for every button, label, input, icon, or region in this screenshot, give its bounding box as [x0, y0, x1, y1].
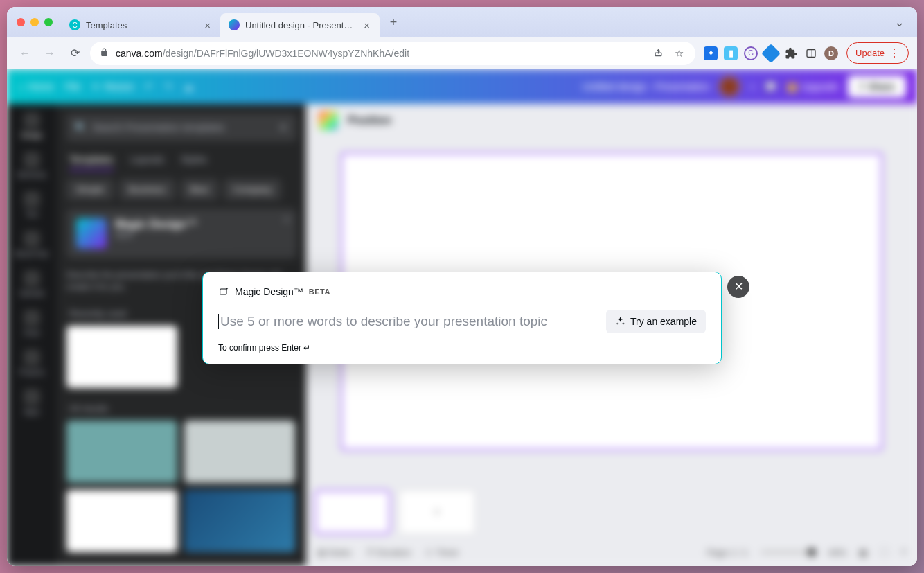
window-maximize-button[interactable]	[44, 18, 53, 26]
update-label: Update	[855, 48, 885, 58]
close-icon[interactable]: ×	[284, 214, 290, 225]
browser-tab-strip: C Templates × Untitled design - Presenta…	[7, 7, 917, 37]
chip[interactable]: Blue	[181, 179, 218, 200]
profile-avatar[interactable]: D	[824, 46, 838, 60]
page-indicator: Page 1 / 1	[707, 547, 747, 558]
magic-prompt-input[interactable]	[218, 314, 598, 329]
rail-projects[interactable]: Projects	[12, 349, 51, 376]
chip[interactable]: Simple	[66, 179, 114, 200]
tab-overflow-button[interactable]: ⌄	[887, 10, 912, 34]
template-thumb[interactable]	[66, 326, 177, 388]
browser-tab-templates[interactable]: C Templates ×	[61, 13, 220, 37]
browser-window: C Templates × Untitled design - Presenta…	[7, 7, 917, 566]
rail-brand-hub[interactable]: Brand Hub	[12, 231, 51, 258]
window-minimize-button[interactable]	[30, 18, 39, 26]
rail-uploads[interactable]: Uploads	[12, 270, 51, 297]
template-thumb[interactable]	[66, 490, 177, 552]
share-button[interactable]: ⤴ Share	[848, 76, 906, 98]
try-example-label: Try an example	[630, 316, 697, 327]
window-close-button[interactable]	[17, 18, 25, 26]
duration-button[interactable]: ⏱ Duration	[366, 547, 411, 558]
zoom-slider[interactable]	[761, 551, 816, 554]
magic-design-modal: Magic Design™ BETA Try an example To con…	[202, 272, 722, 364]
browser-tab-design[interactable]: Untitled design - Presentation ×	[220, 13, 380, 37]
home-button[interactable]: ⌂Home	[18, 81, 54, 92]
modal-hint: To confirm press Enter ↵	[218, 343, 706, 353]
svg-rect-1	[807, 49, 815, 57]
canva-favicon	[229, 19, 240, 30]
tab-close-icon[interactable]: ×	[362, 19, 371, 31]
extension-icon[interactable]	[761, 43, 781, 62]
template-thumb[interactable]	[66, 421, 177, 483]
side-panel-icon[interactable]	[804, 46, 818, 60]
sparkle-icon	[615, 316, 625, 326]
svg-rect-3	[220, 289, 226, 294]
timer-button[interactable]: ⏲ Timer	[425, 547, 459, 558]
grid-view-icon[interactable]: ▦	[859, 547, 867, 558]
user-avatar[interactable]	[719, 76, 740, 97]
zoom-value[interactable]: 44%	[828, 547, 846, 558]
page-thumb[interactable]	[314, 490, 391, 534]
section-all-results: All results	[69, 403, 294, 414]
resize-menu[interactable]: ✦Resize	[91, 81, 134, 92]
app-viewport: ⌂Home File ✦Resize ↶ ↷ ☁ Untitled design…	[7, 69, 917, 566]
lock-icon	[100, 48, 109, 59]
rail-design[interactable]: Design	[12, 112, 51, 139]
undo-button[interactable]: ↶	[145, 81, 153, 92]
notes-button[interactable]: ▤ Notes	[317, 547, 352, 558]
document-title[interactable]: Untitled design - Presentation	[583, 81, 710, 92]
share-icon[interactable]	[651, 47, 666, 60]
help-icon[interactable]: ?	[901, 547, 906, 558]
new-tab-button[interactable]: +	[384, 12, 403, 32]
extension-icon[interactable]: G	[744, 46, 758, 60]
extension-icon[interactable]: ✦	[704, 46, 718, 60]
try-example-button[interactable]: Try an example	[606, 310, 706, 333]
tab-close-icon[interactable]: ×	[203, 19, 212, 31]
tab-title: Templates	[86, 20, 197, 30]
cloud-save-icon: ☁	[184, 81, 193, 92]
close-modal-button[interactable]: ✕	[727, 276, 749, 298]
magic-design-card[interactable]: Magic Design™ NEW ×	[66, 209, 296, 258]
redo-button[interactable]: ↷	[164, 81, 172, 92]
extensions-puzzle-icon[interactable]	[784, 46, 798, 60]
fullscreen-icon[interactable]: ⛶	[880, 547, 889, 558]
url-text: canva.com/design/DAFrFlFnlGg/lUWD3x1EONW…	[116, 48, 644, 59]
sparkle-icon	[218, 286, 229, 297]
upgrade-button[interactable]: 👑 Upgrade	[786, 81, 838, 92]
add-page-button[interactable]: +	[399, 490, 475, 534]
template-thumb[interactable]	[184, 490, 295, 552]
rail-apps[interactable]: Apps	[12, 389, 51, 416]
comments-icon[interactable]: 💬	[765, 81, 776, 92]
canva-logo-icon[interactable]	[319, 111, 338, 130]
magic-design-thumb	[76, 218, 107, 249]
rail-elements[interactable]: Elements	[12, 152, 51, 179]
menu-dots-icon: ⋮	[889, 46, 900, 60]
address-bar[interactable]: canva.com/design/DAFrFlFnlGg/lUWD3x1EONW…	[90, 42, 695, 65]
tab-styles[interactable]: Styles	[181, 154, 207, 170]
bookmark-icon[interactable]: ☆	[673, 47, 686, 60]
extension-icon[interactable]: ▮	[724, 46, 738, 60]
add-collaborator-button[interactable]: +	[749, 81, 755, 92]
app-header: ⌂Home File ✦Resize ↶ ↷ ☁ Untitled design…	[7, 69, 917, 104]
nav-back-button[interactable]: ←	[15, 44, 35, 63]
nav-forward-button[interactable]: →	[40, 44, 60, 63]
position-button[interactable]: Position	[348, 114, 391, 127]
rail-draw[interactable]: Draw	[12, 310, 51, 337]
extension-icons: ✦ ▮ G D	[701, 46, 841, 60]
tab-layouts[interactable]: Layouts	[130, 154, 164, 170]
tab-title: Untitled design - Presentation	[245, 20, 357, 30]
panel-search-input[interactable]: 🔍 Search Presentation templates⚟	[66, 114, 296, 141]
update-button[interactable]: Update ⋮	[846, 42, 909, 64]
side-rail: Design Elements Text Brand Hub Uploads D…	[7, 104, 57, 566]
nav-reload-button[interactable]: ⟳	[65, 44, 85, 63]
chip[interactable]: Company	[224, 179, 282, 200]
tab-templates[interactable]: Templates	[69, 154, 114, 170]
template-thumb[interactable]	[184, 421, 295, 483]
chip[interactable]: Business	[119, 179, 175, 200]
film-strip: +	[314, 490, 475, 534]
modal-header: Magic Design™ BETA	[218, 286, 706, 297]
rail-text[interactable]: Text	[12, 191, 51, 218]
panel-tabs: Templates Layouts Styles	[69, 154, 294, 170]
canvas-toolbar: Position	[306, 104, 917, 137]
file-menu[interactable]: File	[65, 81, 81, 92]
